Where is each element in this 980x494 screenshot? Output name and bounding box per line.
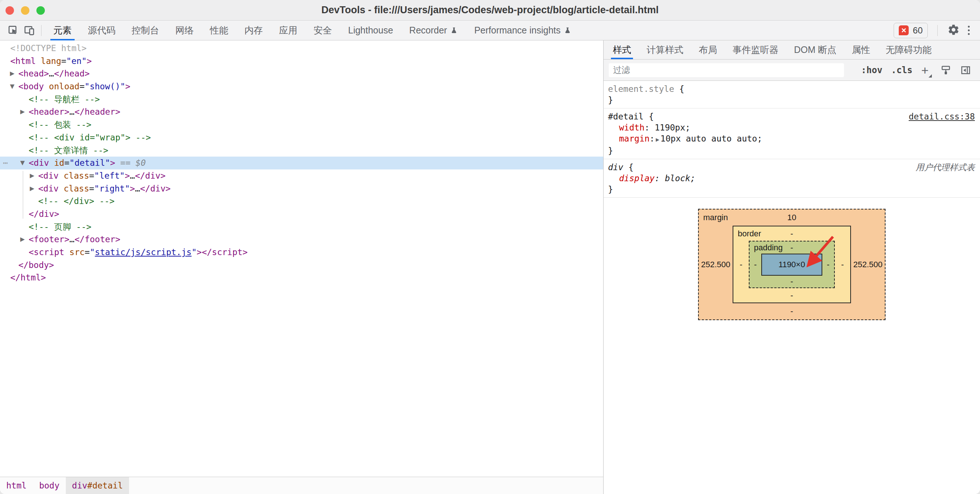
tree-row[interactable]: ▶<div class="left">…</div>: [0, 170, 603, 182]
sidebar-tab-DOM 断点[interactable]: DOM 断点: [786, 40, 844, 59]
window-title: DevTools - file:///Users/james/Codes/web…: [321, 5, 659, 16]
node-text: <footer>…</footer>: [0, 233, 120, 246]
main-tab-Performance insights[interactable]: Performance insights: [466, 21, 580, 40]
main-tab-性能[interactable]: 性能: [202, 21, 236, 40]
styles-pane: element.style {}detail.css:38#detail {wi…: [604, 81, 980, 494]
tree-row[interactable]: <!-- <div id="wrap"> -->: [0, 131, 603, 144]
style-rule: detail.css:38#detail {width: 1190px;marg…: [604, 108, 980, 159]
main-tab-源代码[interactable]: 源代码: [80, 21, 124, 40]
tree-row[interactable]: <!-- 页脚 -->: [0, 221, 603, 233]
tree-row[interactable]: ▶<footer>…</footer>: [0, 233, 603, 246]
tree-row[interactable]: <!DOCTYPE html>: [0, 42, 603, 55]
tree-row[interactable]: <!-- 导航栏 -->: [0, 93, 603, 106]
tree-row[interactable]: <!-- </div> -->: [0, 195, 603, 208]
tree-row[interactable]: </div>: [0, 208, 603, 221]
row-overflow-dots[interactable]: ⋯: [3, 157, 8, 170]
sidebar-tab-无障碍功能[interactable]: 无障碍功能: [878, 40, 939, 59]
element-classes-button[interactable]: .cls: [891, 65, 912, 75]
css-property[interactable]: width: 1190px;: [608, 122, 975, 133]
tree-row[interactable]: ▶<div class="right">…</div>: [0, 182, 603, 195]
chevron-down-icon[interactable]: ▼: [20, 157, 25, 170]
node-text: <header>…</header>: [0, 105, 120, 118]
css-property[interactable]: margin:▶10px auto auto auto;: [608, 133, 975, 145]
main-tab-控制台[interactable]: 控制台: [124, 21, 167, 40]
main-tab-label: 安全: [313, 24, 332, 37]
breadcrumb-item[interactable]: body: [33, 477, 65, 494]
kebab-menu-icon[interactable]: [966, 24, 972, 37]
padding-top-value[interactable]: -: [790, 243, 793, 253]
dom-tree: <!DOCTYPE html><html lang="en">▶<head>…<…: [0, 40, 603, 477]
chevron-right-icon[interactable]: ▶: [30, 182, 34, 195]
toggle-sidebar-icon[interactable]: [960, 65, 971, 76]
zoom-window-button[interactable]: [37, 6, 45, 15]
breadcrumb-item[interactable]: div#detail: [66, 477, 129, 494]
inspect-icon[interactable]: [5, 22, 21, 38]
chevron-right-icon[interactable]: ▶: [20, 233, 25, 246]
box-model-margin: margin 10 252.500 border -: [698, 209, 886, 320]
node-text: </div>: [0, 208, 59, 221]
box-model-section: margin 10 252.500 border -: [604, 209, 980, 320]
margin-label: margin: [703, 213, 728, 222]
chevron-right-icon[interactable]: ▶: [20, 105, 25, 118]
breadcrumb-item[interactable]: html: [0, 477, 33, 494]
close-window-button[interactable]: [5, 6, 14, 15]
main-tab-label: Recorder: [409, 25, 447, 36]
main-tab-Lighthouse[interactable]: Lighthouse: [340, 21, 401, 40]
tree-row[interactable]: ▼<body onload="show()">: [0, 80, 603, 93]
main-tab-内存[interactable]: 内存: [236, 21, 271, 40]
panel-tabs: 元素源代码控制台网络性能内存应用安全LighthouseRecorderPerf…: [45, 21, 580, 40]
minimize-window-button[interactable]: [21, 6, 29, 15]
box-model-content[interactable]: 1190×0: [761, 254, 822, 276]
margin-top-value[interactable]: 10: [788, 213, 796, 222]
border-top-value[interactable]: -: [790, 229, 793, 238]
tree-row[interactable]: <!-- 包装 -->: [0, 118, 603, 131]
rule-origin-label: 用户代理样式表: [916, 162, 975, 173]
padding-bottom-value[interactable]: -: [790, 277, 793, 286]
main-tab-元素[interactable]: 元素: [45, 21, 80, 40]
sidebar-tab-布局[interactable]: 布局: [691, 40, 725, 59]
sidebar-tab-样式[interactable]: 样式: [605, 40, 639, 59]
border-left-value[interactable]: -: [733, 260, 749, 269]
rule-selector[interactable]: element.style {: [608, 83, 975, 94]
tree-row[interactable]: </body>: [0, 259, 603, 272]
chevron-down-icon[interactable]: ▼: [10, 80, 14, 93]
main-tab-Recorder[interactable]: Recorder: [401, 21, 466, 40]
new-style-rule-plus-icon[interactable]: +: [921, 64, 931, 76]
styles-filter-input[interactable]: [609, 63, 844, 77]
margin-bottom-value[interactable]: -: [790, 307, 793, 316]
chevron-right-icon[interactable]: ▶: [10, 67, 14, 80]
margin-right-value[interactable]: 252.500: [851, 260, 885, 269]
gear-icon[interactable]: [947, 24, 960, 38]
main-tab-应用[interactable]: 应用: [271, 21, 305, 40]
border-bottom-value[interactable]: -: [790, 291, 793, 300]
error-badge[interactable]: ✕ 60: [894, 23, 928, 38]
chevron-right-icon[interactable]: ▶: [30, 170, 34, 182]
box-model-padding: padding - - 1190×0 -: [749, 241, 835, 288]
sidebar-tab-计算样式[interactable]: 计算样式: [639, 40, 691, 59]
sidebar-tab-属性[interactable]: 属性: [844, 40, 878, 59]
error-count: 60: [913, 25, 923, 36]
sidebar-tab-事件监听器[interactable]: 事件监听器: [725, 40, 786, 59]
stylesheet-link[interactable]: detail.css:38: [909, 111, 975, 122]
main-tab-网络[interactable]: 网络: [167, 21, 202, 40]
tree-row[interactable]: </html>: [0, 271, 603, 284]
border-right-value[interactable]: -: [835, 260, 850, 269]
tree-row[interactable]: <script src="static/js/script.js"></scri…: [0, 246, 603, 259]
main-tab-label: Lighthouse: [348, 25, 393, 36]
margin-left-value[interactable]: 252.500: [699, 260, 733, 269]
tree-row[interactable]: ⋯▼<div id="detail"> == $0: [0, 157, 603, 170]
padding-left-value[interactable]: -: [749, 260, 761, 269]
tree-row[interactable]: ▶<header>…</header>: [0, 105, 603, 118]
padding-right-value[interactable]: -: [822, 260, 834, 269]
main-tab-安全[interactable]: 安全: [305, 21, 340, 40]
styles-actions: :hov .cls +: [861, 64, 975, 76]
rendering-brush-icon[interactable]: [940, 65, 951, 76]
main-tab-label: Performance insights: [474, 25, 561, 36]
toggle-element-state-button[interactable]: :hov: [861, 65, 883, 75]
tree-row[interactable]: <html lang="en">: [0, 55, 603, 68]
devtools-content: <!DOCTYPE html><html lang="en">▶<head>…<…: [0, 40, 980, 494]
tree-row[interactable]: ▶<head>…</head>: [0, 67, 603, 80]
device-toolbar-icon[interactable]: [21, 22, 38, 38]
tree-row[interactable]: <!-- 文章详情 -->: [0, 144, 603, 157]
css-property[interactable]: display: block;: [608, 173, 975, 184]
